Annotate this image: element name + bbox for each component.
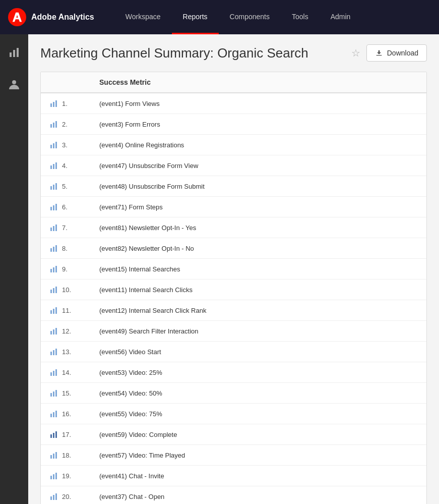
metric-icon bbox=[49, 181, 59, 191]
row-left: 3. bbox=[49, 140, 99, 150]
row-left: 20. bbox=[49, 491, 99, 501]
metric-icon bbox=[49, 98, 59, 108]
app-logo[interactable]: Adobe Analytics bbox=[8, 8, 94, 26]
svg-rect-6 bbox=[55, 100, 57, 107]
svg-rect-26 bbox=[53, 247, 54, 252]
svg-rect-4 bbox=[50, 103, 52, 107]
nav-link-components[interactable]: Components bbox=[219, 0, 281, 34]
table-row[interactable]: 17. (event59) Video: Complete bbox=[41, 424, 426, 445]
metric-icon bbox=[49, 264, 59, 274]
table-row[interactable]: 15. (event54) Video: 50% bbox=[41, 383, 426, 404]
nav-link-admin[interactable]: Admin bbox=[320, 0, 362, 34]
logo-icon bbox=[8, 8, 26, 26]
metric-icon bbox=[49, 409, 59, 419]
table-row[interactable]: 5. (event48) Unsubscribe Form Submit bbox=[41, 176, 426, 197]
row-number: 16. bbox=[62, 410, 76, 418]
row-left: 18. bbox=[49, 450, 99, 460]
svg-rect-16 bbox=[50, 186, 52, 190]
table-row[interactable]: 8. (event82) Newsletter Opt-In - No bbox=[41, 238, 426, 259]
row-label: (event15) Internal Searches bbox=[99, 265, 418, 273]
table-row[interactable]: 7. (event81) Newsletter Opt-In - Yes bbox=[41, 217, 426, 238]
table-row[interactable]: 6. (event71) Form Steps bbox=[41, 197, 426, 217]
table-row[interactable]: 18. (event57) Video: Time Played bbox=[41, 445, 426, 466]
svg-rect-63 bbox=[55, 493, 57, 500]
metric-icon bbox=[49, 160, 59, 171]
row-number: 8. bbox=[62, 245, 76, 252]
row-label: (event49) Search Filter Interaction bbox=[99, 327, 418, 335]
svg-rect-50 bbox=[53, 412, 54, 417]
row-label: (event3) Form Errors bbox=[99, 121, 418, 128]
svg-point-3 bbox=[12, 80, 16, 84]
row-left: 7. bbox=[49, 222, 99, 233]
row-label: (event71) Form Steps bbox=[99, 203, 418, 211]
metric-icon bbox=[49, 450, 59, 460]
sidebar bbox=[0, 34, 28, 504]
row-label: (event12) Internal Search Click Rank bbox=[99, 307, 418, 314]
nav-link-workspace[interactable]: Workspace bbox=[114, 0, 172, 34]
svg-rect-8 bbox=[53, 123, 54, 128]
nav-link-reports[interactable]: Reports bbox=[172, 0, 219, 34]
metric-icon bbox=[49, 429, 59, 439]
row-number: 14. bbox=[62, 369, 76, 376]
metric-icon bbox=[49, 119, 59, 129]
svg-rect-37 bbox=[50, 331, 52, 334]
sidebar-person-icon[interactable] bbox=[4, 75, 24, 97]
row-label: (event47) Unsubscribe Form View bbox=[99, 162, 418, 170]
table-row[interactable]: 19. (event41) Chat - Invite bbox=[41, 466, 426, 486]
row-number: 5. bbox=[62, 183, 76, 190]
table-row[interactable]: 16. (event55) Video: 75% bbox=[41, 404, 426, 424]
svg-rect-38 bbox=[53, 329, 54, 334]
table-row[interactable]: 9. (event15) Internal Searches bbox=[41, 259, 426, 279]
row-left: 16. bbox=[49, 409, 99, 419]
metric-icon bbox=[49, 388, 59, 398]
row-left: 15. bbox=[49, 388, 99, 398]
main-content: Marketing Channel Summary: Organic Searc… bbox=[28, 34, 439, 504]
row-left: 1. bbox=[49, 98, 99, 108]
svg-rect-17 bbox=[53, 185, 54, 190]
svg-rect-23 bbox=[53, 226, 54, 231]
row-number: 13. bbox=[62, 348, 76, 356]
row-number: 3. bbox=[62, 141, 76, 149]
svg-rect-45 bbox=[55, 369, 57, 376]
svg-rect-28 bbox=[50, 269, 52, 272]
table-row[interactable]: 10. (event11) Internal Search Clicks bbox=[41, 279, 426, 300]
table-row[interactable]: 2. (event3) Form Errors bbox=[41, 114, 426, 135]
nav-links: WorkspaceReportsComponentsToolsAdmin bbox=[114, 0, 431, 34]
svg-rect-41 bbox=[53, 350, 54, 355]
table-row[interactable]: 13. (event56) Video Start bbox=[41, 342, 426, 362]
sidebar-barchart-icon[interactable] bbox=[4, 42, 24, 65]
svg-rect-58 bbox=[50, 476, 52, 479]
download-button[interactable]: Download bbox=[366, 44, 427, 62]
table-row[interactable]: 14. (event53) Video: 25% bbox=[41, 362, 426, 383]
table-row[interactable]: 3. (event4) Online Registrations bbox=[41, 135, 426, 155]
row-number: 10. bbox=[62, 286, 76, 294]
row-number: 1. bbox=[62, 100, 76, 107]
svg-rect-55 bbox=[50, 455, 52, 459]
row-number: 9. bbox=[62, 265, 76, 273]
table-row[interactable]: 12. (event49) Search Filter Interaction bbox=[41, 321, 426, 342]
row-number: 11. bbox=[62, 307, 76, 314]
row-label: (event53) Video: 25% bbox=[99, 369, 418, 376]
table-row[interactable]: 20. (event37) Chat - Open bbox=[41, 486, 426, 504]
svg-rect-39 bbox=[55, 328, 57, 334]
nav-link-tools[interactable]: Tools bbox=[281, 0, 320, 34]
svg-rect-31 bbox=[50, 290, 52, 293]
svg-rect-36 bbox=[55, 307, 57, 314]
svg-rect-59 bbox=[53, 474, 54, 479]
row-left: 11. bbox=[49, 305, 99, 315]
data-table: Success Metric 1. (event1) Form Views bbox=[40, 72, 427, 504]
metric-icon bbox=[49, 491, 59, 501]
row-left: 12. bbox=[49, 326, 99, 336]
row-number: 6. bbox=[62, 203, 76, 211]
page-title: Marketing Channel Summary: Organic Searc… bbox=[40, 45, 345, 61]
row-number: 2. bbox=[62, 121, 76, 128]
table-row[interactable]: 11. (event12) Internal Search Click Rank bbox=[41, 300, 426, 321]
row-label: (event4) Online Registrations bbox=[99, 141, 418, 149]
favorite-star-icon[interactable]: ☆ bbox=[351, 47, 360, 59]
metric-icon bbox=[49, 326, 59, 336]
row-number: 20. bbox=[62, 493, 76, 500]
table-row[interactable]: 1. (event1) Form Views bbox=[41, 93, 426, 114]
table-row[interactable]: 4. (event47) Unsubscribe Form View bbox=[41, 155, 426, 176]
svg-rect-20 bbox=[53, 205, 54, 210]
row-label: (event82) Newsletter Opt-In - No bbox=[99, 245, 418, 252]
